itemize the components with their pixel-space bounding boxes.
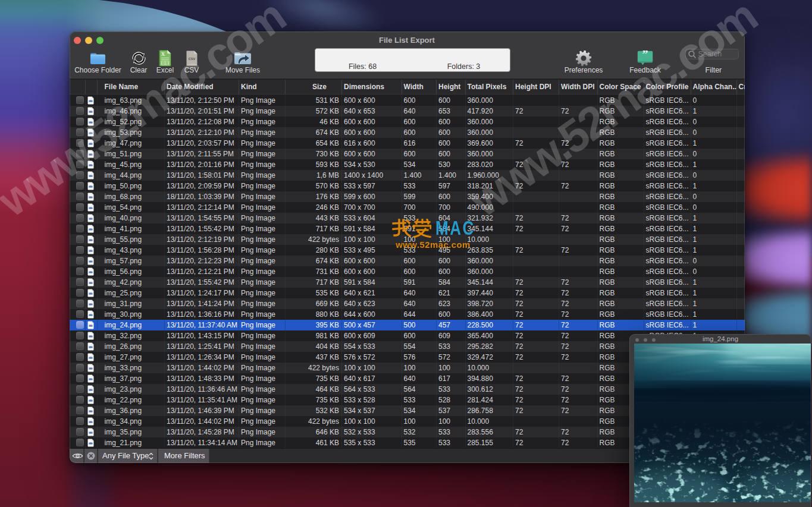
svg-text:X: X [161, 51, 165, 57]
